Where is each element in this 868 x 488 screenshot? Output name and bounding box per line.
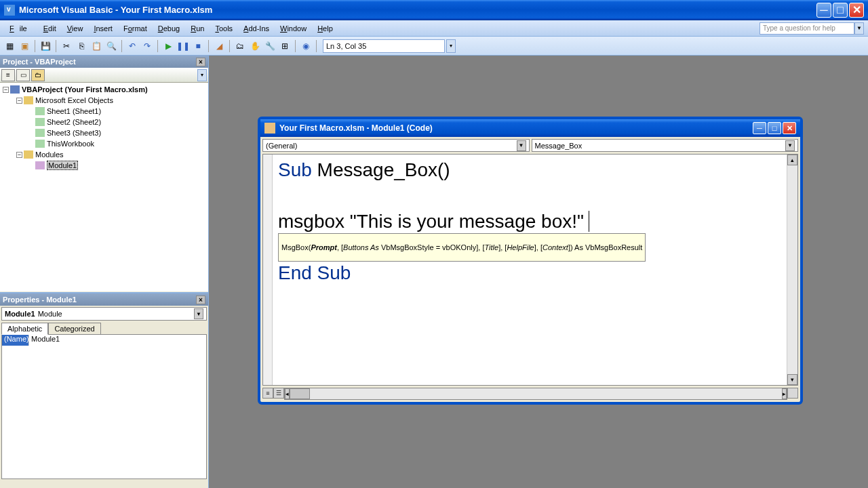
property-row[interactable]: (Name) Module1 [2, 335, 206, 346]
menu-run[interactable]: Run [185, 22, 210, 35]
help-search-dropdown[interactable]: ▼ [854, 22, 864, 35]
scroll-up-button[interactable]: ▴ [787, 155, 797, 165]
maximize-button[interactable]: □ [833, 3, 848, 18]
code-window-titlebar[interactable]: Your First Macro.xlsm - Module1 (Code) ─… [260, 119, 800, 137]
procedure-select-value: Message_Box [535, 142, 583, 150]
title-text: Microsoft Visual Basic - Your First Macr… [19, 5, 816, 15]
properties-panel-title-text: Properties - Module1 [3, 296, 77, 304]
prop-object-type: Module [38, 310, 62, 318]
tree-sheet2[interactable]: Sheet2 (Sheet2) [0, 117, 208, 127]
tree-root[interactable]: − VBAProject (Your First Macro.xlsm) [0, 84, 208, 95]
scroll-down-button[interactable]: ▾ [787, 374, 797, 385]
folder-icon [24, 150, 33, 159]
run-button[interactable]: ▶ [161, 39, 175, 53]
dropdown-icon[interactable]: ▼ [194, 308, 203, 319]
intellisense-tooltip: MsgBox(Prompt, [Buttons As VbMsgBoxStyle… [278, 233, 646, 262]
save-button[interactable]: 💾 [39, 39, 52, 53]
standard-toolbar: ▦ ▣ 💾 ✂ ⎘ 📋 🔍 ↶ ↷ ▶ ❚❚ ■ ◢ 🗂 ✋ 🔧 ⊞ ◉ Ln … [0, 37, 868, 56]
properties-object-select[interactable]: Module1 Module ▼ [1, 307, 207, 321]
object-browser-button[interactable]: 🔧 [263, 39, 277, 53]
procedure-view-button[interactable]: ≡ [262, 388, 273, 399]
code-close-button[interactable]: ✕ [783, 122, 796, 134]
dropdown-icon[interactable]: ▼ [785, 140, 795, 151]
project-toolbar-overflow[interactable]: ▾ [197, 69, 207, 81]
prop-object-name: Module1 [5, 310, 35, 318]
menu-debug[interactable]: Debug [153, 22, 185, 35]
menu-window[interactable]: Window [275, 22, 312, 35]
find-button[interactable]: 🔍 [104, 39, 118, 53]
tree-module1[interactable]: Module1 [0, 160, 208, 171]
project-tree[interactable]: − VBAProject (Your First Macro.xlsm) − M… [0, 83, 208, 291]
toggle-folders-button[interactable]: 🗀 [31, 69, 45, 81]
property-value[interactable]: Module1 [29, 335, 206, 346]
redo-button[interactable]: ↷ [140, 39, 154, 53]
tree-sheet1[interactable]: Sheet1 (Sheet1) [0, 106, 208, 117]
properties-tabs: Alphabetic Categorized [1, 322, 208, 334]
help-button[interactable]: ◉ [299, 39, 313, 53]
scroll-right-button[interactable]: ▸ [782, 388, 787, 399]
toolbar-overflow[interactable]: ▾ [446, 39, 456, 53]
menu-format[interactable]: Format [118, 22, 153, 35]
collapse-icon[interactable]: − [16, 152, 22, 158]
tab-categorized[interactable]: Categorized [48, 323, 100, 335]
help-search-input[interactable]: Type a question for help [760, 22, 854, 35]
menu-help[interactable]: Help [312, 22, 338, 35]
tree-sheet3[interactable]: Sheet3 (Sheet3) [0, 127, 208, 138]
view-object-button[interactable]: ▭ [16, 69, 30, 81]
view-excel-button[interactable]: ▦ [3, 39, 16, 53]
minimize-button[interactable]: ─ [816, 3, 831, 18]
dropdown-icon[interactable]: ▼ [517, 140, 526, 151]
properties-panel-close-button[interactable]: × [196, 296, 205, 304]
tree-thisworkbook[interactable]: ThisWorkbook [0, 138, 208, 149]
menu-insert[interactable]: Insert [88, 22, 118, 35]
scroll-thumb[interactable] [290, 388, 310, 399]
close-button[interactable]: ✕ [849, 3, 864, 18]
code-editor[interactable]: Sub Message_Box() msgbox "This is your m… [273, 155, 787, 385]
menu-tools[interactable]: Tools [210, 22, 238, 35]
paste-button[interactable]: 📋 [90, 39, 103, 53]
design-mode-button[interactable]: ◢ [212, 39, 226, 53]
properties-button[interactable]: ✋ [248, 39, 262, 53]
mdi-area: Project - VBAProject × ≡ ▭ 🗀 ▾ − VBAProj… [0, 56, 868, 488]
cut-button[interactable]: ✂ [60, 39, 73, 53]
code-minimize-button[interactable]: ─ [753, 122, 766, 134]
stop-button[interactable]: ■ [191, 39, 205, 53]
keyword: End Sub [278, 262, 351, 283]
procedure-select[interactable]: Message_Box ▼ [532, 139, 799, 152]
vb-app-icon [4, 5, 15, 16]
resize-grip[interactable] [787, 388, 798, 399]
full-module-view-button[interactable]: ☰ [273, 388, 284, 399]
menu-file[interactable]: File [4, 22, 38, 35]
menu-view[interactable]: View [62, 22, 89, 35]
folder-icon [24, 96, 33, 104]
tree-excel-objects[interactable]: − Microsoft Excel Objects [0, 95, 208, 106]
properties-panel: Properties - Module1 × Module1 Module ▼ … [0, 293, 209, 488]
undo-button[interactable]: ↶ [125, 39, 139, 53]
menu-bar: File Edit View Insert Format Debug Run T… [0, 20, 868, 37]
copy-button[interactable]: ⎘ [75, 39, 88, 53]
toolbox-button[interactable]: ⊞ [278, 39, 292, 53]
worksheet-icon [35, 118, 45, 126]
tab-alphabetic[interactable]: Alphabetic [1, 323, 48, 335]
window-controls: ─ □ ✕ [816, 3, 864, 18]
insert-button[interactable]: ▣ [18, 39, 31, 53]
properties-grid[interactable]: (Name) Module1 [1, 334, 207, 479]
tree-root-label: VBAProject (Your First Macro.xlsm) [22, 85, 148, 94]
collapse-icon[interactable]: − [3, 87, 9, 93]
menu-edit[interactable]: Edit [38, 22, 62, 35]
properties-panel-title: Properties - Module1 × [0, 293, 208, 306]
vertical-scrollbar[interactable]: ▴ ▾ [787, 155, 797, 385]
project-explorer-button[interactable]: 🗂 [233, 39, 247, 53]
project-toolbar: ≡ ▭ 🗀 ▾ [0, 68, 208, 83]
collapse-icon[interactable]: − [16, 98, 22, 104]
tree-item-label: Module1 [47, 161, 78, 170]
pause-button[interactable]: ❚❚ [176, 39, 190, 53]
object-select[interactable]: (General) ▼ [262, 139, 530, 152]
menu-addins[interactable]: Add-Ins [238, 22, 275, 35]
tree-modules[interactable]: − Modules [0, 149, 208, 160]
horizontal-scrollbar[interactable]: ◂ ▸ [284, 388, 787, 400]
scroll-left-button[interactable]: ◂ [285, 388, 290, 399]
code-maximize-button[interactable]: □ [768, 122, 781, 134]
view-code-button[interactable]: ≡ [1, 69, 15, 81]
project-panel-close-button[interactable]: × [196, 58, 205, 66]
